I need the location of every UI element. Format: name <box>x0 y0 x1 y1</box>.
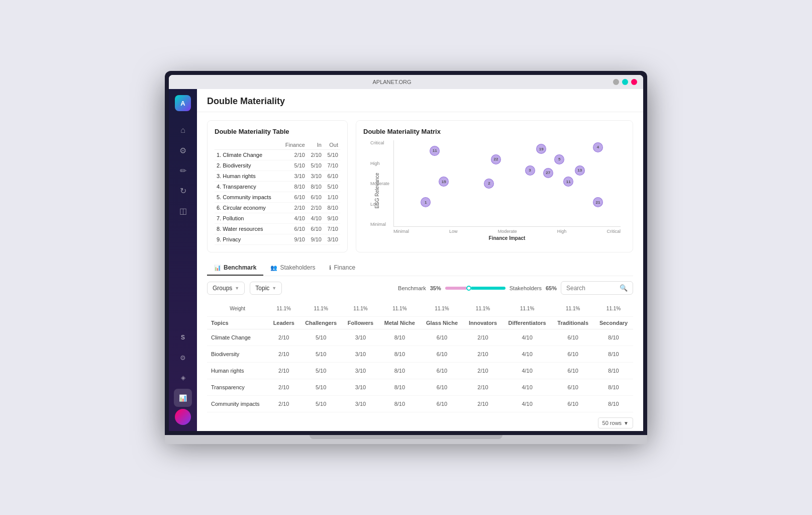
mat-out: 5/10 <box>324 182 340 192</box>
groups-filter[interactable]: Groups ▼ <box>207 282 245 295</box>
weight-challengers: 11.1% <box>299 301 342 317</box>
row-leaders: 2/10 <box>268 329 299 346</box>
screen-area: APLANET.ORG A ⌂ ⚙ ✏ ↻ ◫ S <box>165 71 647 435</box>
window-control-close[interactable] <box>631 79 637 85</box>
browser-url: APLANET.ORG <box>175 79 609 85</box>
sidebar-item-edit[interactable]: ✏ <box>174 161 192 180</box>
tab-finance[interactable]: ℹ Finance <box>322 261 362 276</box>
mat-out: 3/10 <box>324 234 340 245</box>
groups-arrow-icon: ▼ <box>235 286 239 291</box>
weight-differentiators: 11.1% <box>502 301 552 317</box>
sidebar-item-chart[interactable]: 📊 <box>174 389 192 407</box>
row-traditionals: 6/10 <box>552 396 594 412</box>
sidebar-item-home[interactable]: ⌂ <box>174 121 192 139</box>
search-box: 🔍 <box>561 281 633 295</box>
sidebar-item-gear2[interactable]: ⚙ <box>174 349 192 367</box>
mat-topic: 9. Privacy <box>215 234 280 245</box>
topic-filter[interactable]: Topic ▼ <box>250 282 282 295</box>
mat-table-row: 6. Circular economy 2/10 2/10 8/10 <box>215 203 340 213</box>
row-challengers: 5/10 <box>299 329 342 346</box>
col-metalniche: Metal Niche <box>379 317 421 329</box>
materiality-table-title: Double Materiality Table <box>215 128 340 135</box>
mat-col-finance: Finance <box>280 140 307 150</box>
sidebar-avatar[interactable] <box>175 409 191 425</box>
row-glassniche: 6/10 <box>421 329 463 346</box>
matrix-dot-2: 2 <box>484 179 494 189</box>
weight-metalniche: 11.1% <box>379 301 421 317</box>
tab-stakeholders[interactable]: 👥 Stakeholders <box>263 261 322 276</box>
data-table: Weight 11.1% 11.1% 11.1% 11.1% 11.1% 11.… <box>207 301 633 412</box>
sidebar-item-database[interactable]: ◫ <box>174 202 192 220</box>
mat-out: 8/10 <box>324 203 340 213</box>
weight-leaders: 11.1% <box>268 301 299 317</box>
mat-table-row: 5. Community impacts 6/10 6/10 1/10 <box>215 192 340 203</box>
search-icon[interactable]: 🔍 <box>620 284 628 292</box>
row-topic: Community impacts <box>207 396 268 412</box>
sidebar-item-wifi[interactable]: ◈ <box>174 369 192 387</box>
column-headers: Topics Leaders Challengers Followers Met… <box>207 317 633 329</box>
row-leaders: 2/10 <box>268 396 299 412</box>
sidebar-item-s[interactable]: S <box>174 328 192 347</box>
window-control-maximize[interactable] <box>622 79 628 85</box>
browser-titlebar: APLANET.ORG <box>169 75 643 89</box>
tab-benchmark[interactable]: 📊 Benchmark <box>207 261 263 276</box>
row-glassniche: 6/10 <box>421 396 463 412</box>
weight-followers: 11.1% <box>342 301 379 317</box>
mat-in: 9/10 <box>307 234 324 245</box>
sidebar-logo: A <box>175 95 191 111</box>
matrix-dot-4: 4 <box>593 142 603 152</box>
mat-finance: 9/10 <box>280 234 307 245</box>
laptop-base <box>165 435 647 444</box>
row-innovators: 2/10 <box>463 329 502 346</box>
row-secondary: 8/10 <box>594 396 633 412</box>
row-differentiators: 4/10 <box>502 329 552 346</box>
weight-glassniche: 11.1% <box>421 301 463 317</box>
window-control-minimize[interactable] <box>613 79 619 85</box>
weight-label: Weight <box>207 301 268 317</box>
sidebar-item-refresh[interactable]: ↻ <box>174 182 192 200</box>
content-area: Double Materiality Table Finance In Out <box>197 112 643 431</box>
rows-select[interactable]: 50 rows ▼ <box>598 417 633 428</box>
window-controls <box>613 79 637 85</box>
mat-topic: 4. Transparency <box>215 182 280 192</box>
mat-out: 9/10 <box>324 213 340 224</box>
stakeholders-icon: 👥 <box>270 265 277 271</box>
mat-in: 2/10 <box>307 203 324 213</box>
col-topics: Topics <box>207 317 268 329</box>
rows-arrow-icon: ▼ <box>624 420 629 426</box>
topic-arrow-icon: ▼ <box>272 286 276 291</box>
matrix-y-axis-labels: Critical High Moderate Low Minimal <box>370 140 389 227</box>
mat-out: 7/10 <box>324 160 340 171</box>
row-traditionals: 6/10 <box>552 329 594 346</box>
row-traditionals: 6/10 <box>552 379 594 396</box>
tabs-bar: 📊 Benchmark 👥 Stakeholders ℹ Finance <box>207 261 633 276</box>
matrix-title: Double Materiality Matrix <box>363 128 626 135</box>
finance-icon: ℹ <box>329 265 331 271</box>
sidebar-item-settings[interactable]: ⚙ <box>174 141 192 159</box>
col-secondary: Secondary <box>594 317 633 329</box>
tab-stakeholders-label: Stakeholders <box>280 264 315 271</box>
search-input[interactable] <box>566 285 617 292</box>
row-followers: 3/10 <box>342 346 379 363</box>
row-challengers: 5/10 <box>299 379 342 396</box>
benchmark-dot[interactable] <box>466 286 471 291</box>
mat-finance: 3/10 <box>280 171 307 182</box>
app-container: A ⌂ ⚙ ✏ ↻ ◫ S ⚙ ◈ 📊 <box>169 89 643 431</box>
row-metalniche: 8/10 <box>379 396 421 412</box>
table-row: Climate Change 2/10 5/10 3/10 8/10 6/10 … <box>207 329 633 346</box>
mat-topic: 2. Biodiversity <box>215 160 280 171</box>
browser-chrome: APLANET.ORG A ⌂ ⚙ ✏ ↻ ◫ S <box>169 75 643 431</box>
table-row: Human rights 2/10 5/10 3/10 8/10 6/10 2/… <box>207 363 633 379</box>
row-metalniche: 8/10 <box>379 346 421 363</box>
benchmark-progress <box>445 286 505 291</box>
mat-in: 3/10 <box>307 171 324 182</box>
mat-col-topic <box>215 140 280 150</box>
benchmark-segment-pink <box>445 287 466 290</box>
weight-traditionals: 11.1% <box>552 301 594 317</box>
mat-table-row: 3. Human rights 3/10 3/10 6/10 <box>215 171 340 182</box>
laptop-foot <box>310 435 502 439</box>
row-secondary: 8/10 <box>594 346 633 363</box>
materiality-table: Finance In Out 1. Climate Change 2/10 2/… <box>215 140 340 245</box>
row-differentiators: 4/10 <box>502 363 552 379</box>
groups-label: Groups <box>213 285 232 292</box>
